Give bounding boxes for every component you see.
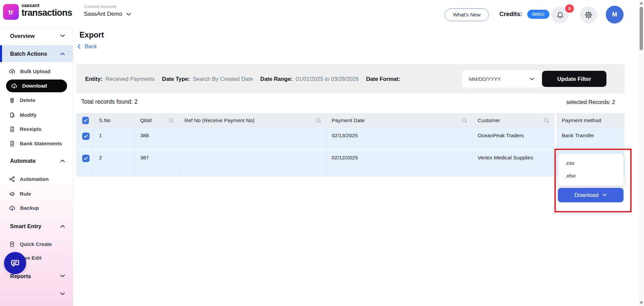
chevron-down-icon xyxy=(60,35,65,37)
column-header-payment-method: Payment method xyxy=(556,113,622,128)
chevron-down-icon xyxy=(60,293,65,295)
chevron-up-icon xyxy=(60,159,65,162)
back-label: Back xyxy=(85,43,97,50)
sidebar-item-rule[interactable]: Rule xyxy=(0,187,73,201)
credits-value: 98902 xyxy=(532,12,545,17)
cell-sno: 1 xyxy=(94,128,135,149)
column-label: Payment Date xyxy=(332,117,365,123)
whats-new-button[interactable]: What's New xyxy=(445,8,489,21)
sidebar-section-automate[interactable]: Automate xyxy=(0,153,73,168)
column-label: Payment method xyxy=(562,117,601,123)
sidebar-section-label: Batch Actions xyxy=(10,51,47,57)
sidebar-section-overview[interactable]: Overview xyxy=(0,29,73,43)
sidebar-item-quick-create[interactable]: Quick Create xyxy=(0,238,73,251)
sidebar-item-label: Modify xyxy=(20,112,37,118)
account-switcher[interactable]: Current Account SaasAnt Demo xyxy=(84,4,131,17)
edit-document-icon xyxy=(9,112,15,118)
cloud-download-icon xyxy=(11,83,18,90)
search-icon[interactable] xyxy=(544,117,550,123)
sidebar-section-batch-actions[interactable]: Batch Actions xyxy=(0,45,73,62)
sidebar-section-smart-entry[interactable]: Smart Entry xyxy=(0,219,73,234)
sidebar-item-bulk-upload[interactable]: Bulk Upload xyxy=(0,65,73,78)
sidebar-item-label: Backup xyxy=(20,205,39,211)
select-all-checkbox[interactable] xyxy=(82,117,89,124)
chevron-up-icon xyxy=(60,225,65,227)
scrollbar-thumb[interactable] xyxy=(640,7,643,50)
chat-fab-button[interactable] xyxy=(4,252,26,274)
credits-badge: 98902 xyxy=(527,10,549,19)
app-logo[interactable]: tr xyxy=(3,4,19,20)
update-filter-button[interactable]: Update Filter xyxy=(542,71,606,87)
menu-item-xlsx[interactable]: .xlsx xyxy=(558,169,624,182)
sidebar-item-label: Download xyxy=(22,83,47,89)
search-icon[interactable] xyxy=(168,117,174,123)
chevron-down-icon xyxy=(126,13,131,16)
sidebar-item-bank-statements[interactable]: Bank Statements xyxy=(0,137,73,150)
date-type-label: Date Type: xyxy=(162,76,190,82)
update-filter-label: Update Filter xyxy=(557,76,591,82)
cell-customer: OceanPeak Traders xyxy=(472,128,556,149)
chevron-down-icon xyxy=(530,78,534,81)
cell-qbid: 388 xyxy=(135,128,179,149)
page-title: Export xyxy=(79,31,104,40)
bell-icon xyxy=(556,11,564,19)
column-header-payment-date: Payment Date xyxy=(326,113,472,128)
sidebar-item-automation[interactable]: Automation xyxy=(0,172,73,186)
search-icon[interactable] xyxy=(462,117,468,123)
download-button-label: Download xyxy=(575,192,598,198)
total-records-text: Total records found: 2 xyxy=(81,98,138,105)
row-checkbox[interactable] xyxy=(82,155,90,162)
table-row[interactable]: 2 387 02/12/2025 Vertex Medical Supplies xyxy=(76,150,625,177)
row-checkbox-cell xyxy=(76,128,94,149)
select-all-cell xyxy=(76,113,94,128)
avatar-initial: M xyxy=(612,11,617,18)
cloud-upload-icon xyxy=(9,68,16,75)
megaphone-icon xyxy=(9,191,15,197)
user-avatar[interactable]: M xyxy=(606,6,624,23)
sidebar-item-backup[interactable]: Backup xyxy=(0,201,73,215)
top-header: tr saasant transactions Current Account … xyxy=(0,0,639,27)
chevron-left-icon xyxy=(77,44,80,49)
pdf-document-icon xyxy=(9,140,15,147)
sidebar-item-label: Delete xyxy=(20,97,36,103)
cloud-download-icon xyxy=(9,205,16,212)
chat-bubble-icon xyxy=(10,258,20,268)
pdf-document-icon xyxy=(9,126,15,133)
account-value: SaasAnt Demo xyxy=(84,11,122,17)
vertical-scrollbar[interactable] xyxy=(639,0,644,306)
cell-qbid: 387 xyxy=(135,150,179,177)
brand-top-text: saasant xyxy=(21,3,72,8)
download-format-menu: .csv .xlsx xyxy=(558,154,624,186)
menu-item-csv[interactable]: .csv xyxy=(558,157,624,169)
search-icon[interactable] xyxy=(316,117,322,123)
date-format-select[interactable]: MM/DD/YYYY xyxy=(462,70,541,88)
date-format-label: Date Format: xyxy=(366,76,400,82)
sidebar-item-modify[interactable]: Modify xyxy=(0,108,73,122)
cell-payment-method: Bank Transfer xyxy=(556,128,622,149)
settings-button[interactable] xyxy=(580,6,597,23)
sidebar-section-collapsed[interactable] xyxy=(0,287,73,301)
sidebar-item-receipts[interactable]: Receipts xyxy=(0,122,73,136)
sidebar-item-download[interactable]: Download xyxy=(6,80,67,92)
sidebar-item-delete[interactable]: Delete xyxy=(0,94,73,107)
records-table: S.No QbId Ref No (Receive Payment No) Pa… xyxy=(76,113,625,177)
main-content: Export Back Entity: Received Payments Da… xyxy=(73,27,639,306)
download-button[interactable]: Download xyxy=(558,188,624,202)
scrollbar-down-arrow[interactable] xyxy=(640,302,643,304)
gear-icon xyxy=(584,11,593,19)
back-link[interactable]: Back xyxy=(77,43,97,50)
account-label: Current Account xyxy=(84,4,131,9)
cell-refno xyxy=(179,128,326,149)
column-header-refno: Ref No (Receive Payment No) xyxy=(179,113,326,128)
document-icon xyxy=(9,241,15,248)
filter-bar: Entity: Received Payments Date Type: Sea… xyxy=(76,64,625,94)
row-checkbox[interactable] xyxy=(82,133,90,140)
chevron-down-icon xyxy=(602,194,607,197)
sidebar-section-label: Smart Entry xyxy=(10,223,42,230)
selected-records-text: selected Records: 2 xyxy=(566,99,615,105)
brand-name: saasant transactions xyxy=(21,3,72,17)
table-row[interactable]: 1 388 02/13/2025 OceanPeak Traders Bank … xyxy=(76,128,625,150)
cell-sno: 2 xyxy=(94,150,135,177)
column-header-customer: Customer xyxy=(472,113,556,128)
scrollbar-up-arrow[interactable] xyxy=(640,2,643,4)
